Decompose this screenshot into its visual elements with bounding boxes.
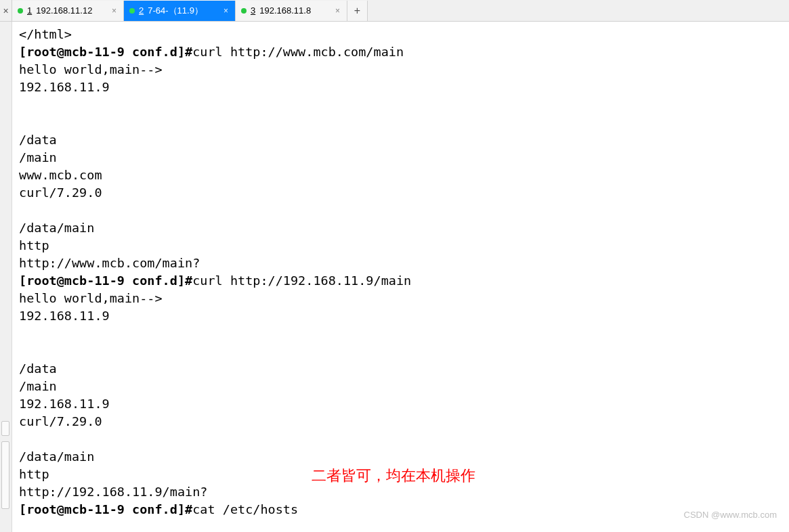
tab-number: 3 bbox=[251, 5, 255, 16]
terminal-line: hello world,main--> bbox=[19, 290, 781, 307]
terminal-output[interactable]: </html>[root@mcb-11-9 conf.d]#curl http:… bbox=[0, 22, 789, 523]
terminal-line bbox=[19, 96, 781, 114]
terminal-line: </html> bbox=[19, 26, 781, 43]
terminal-line: [root@mcb-11-9 conf.d]#curl http://192.1… bbox=[19, 272, 781, 290]
close-icon[interactable]: × bbox=[334, 6, 341, 16]
terminal-line: 192.168.11.9 bbox=[19, 395, 781, 413]
close-panel-button[interactable]: × bbox=[0, 0, 12, 22]
annotation-text: 二者皆可，均在本机操作 bbox=[312, 466, 475, 486]
terminal-line: www.mcb.com bbox=[19, 167, 781, 184]
terminal-line bbox=[19, 430, 781, 448]
terminal-line: /data/main bbox=[19, 448, 781, 466]
tab-number: 1 bbox=[27, 5, 32, 16]
tab-label: 192.168.11.12 bbox=[36, 5, 106, 16]
terminal-line: http bbox=[19, 237, 781, 254]
terminal-line: /main bbox=[19, 378, 781, 395]
tab-bar: × 1 192.168.11.12×2 7-64-（11.9）×3 192.16… bbox=[0, 0, 789, 22]
add-tab-button[interactable]: + bbox=[347, 1, 368, 21]
terminal-line bbox=[19, 202, 781, 219]
terminal-line: [root@mcb-11-9 conf.d]#curl http://www.m… bbox=[19, 43, 781, 61]
terminal-line: 192.168.11.9 bbox=[19, 307, 781, 325]
tab-2[interactable]: 2 7-64-（11.9）× bbox=[124, 1, 236, 21]
terminal-line: /data bbox=[19, 360, 781, 378]
terminal-line bbox=[19, 342, 781, 360]
terminal-line: [root@mcb-11-9 conf.d]#cat /etc/hosts bbox=[19, 501, 781, 518]
tab-label: 7-64-（11.9） bbox=[148, 5, 218, 17]
terminal-line: /data bbox=[19, 131, 781, 149]
tab-1[interactable]: 1 192.168.11.12× bbox=[12, 1, 124, 21]
terminal-line: http://www.mcb.com/main? bbox=[19, 254, 781, 272]
tab-3[interactable]: 3 192.168.11.8× bbox=[236, 1, 347, 21]
close-icon[interactable]: × bbox=[222, 6, 230, 16]
terminal-line bbox=[19, 114, 781, 131]
terminal-line: curl/7.29.0 bbox=[19, 413, 781, 430]
terminal-line bbox=[19, 325, 781, 342]
watermark-text: CSDN @www.mcb.com bbox=[684, 510, 777, 520]
close-icon[interactable]: × bbox=[110, 6, 118, 16]
terminal-line: curl/7.29.0 bbox=[19, 184, 781, 202]
tab-label: 192.168.11.8 bbox=[259, 5, 330, 16]
status-dot-icon bbox=[18, 8, 23, 14]
terminal-line: /data/main bbox=[19, 219, 781, 237]
terminal-line: 192.168.11.9 bbox=[19, 79, 781, 96]
terminal-line: /main bbox=[19, 149, 781, 167]
status-dot-icon bbox=[129, 8, 135, 14]
tab-number: 2 bbox=[139, 5, 144, 16]
status-dot-icon bbox=[241, 8, 247, 14]
terminal-line: hello world,main--> bbox=[19, 61, 781, 79]
